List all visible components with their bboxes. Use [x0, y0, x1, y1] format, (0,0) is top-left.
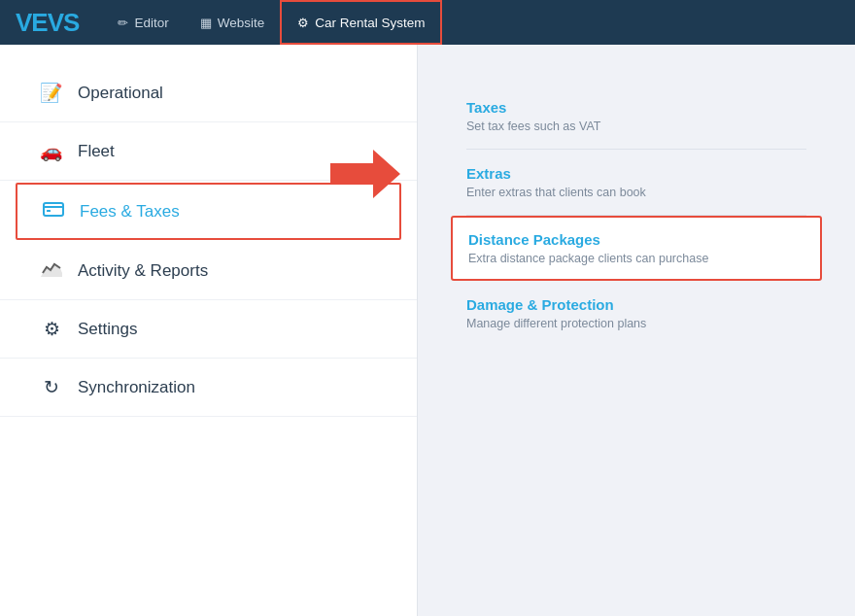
sidebar: 📝 Operational 🚗 Fleet Fees & Taxes: [0, 45, 418, 616]
extras-title: Extras: [466, 165, 806, 182]
svg-marker-4: [330, 150, 400, 198]
settings-icon: ⚙: [39, 318, 64, 340]
editor-icon: ✏: [118, 16, 128, 30]
menu-card-extras[interactable]: Extras Enter extras that clients can boo…: [466, 150, 806, 216]
taxes-title: Taxes: [466, 99, 806, 116]
website-icon: ▦: [200, 16, 212, 30]
activity-icon: [39, 259, 64, 282]
menu-card-distance-packages[interactable]: Distance Packages Extra distance package…: [451, 216, 822, 281]
taxes-desc: Set tax fees such as VAT: [466, 120, 806, 133]
fees-icon: [41, 200, 66, 222]
sidebar-item-synchronization[interactable]: ↻ Synchronization: [0, 359, 417, 417]
damage-protection-desc: Manage different protection plans: [466, 317, 806, 330]
extras-desc: Enter extras that clients can book: [466, 186, 806, 199]
gear-icon: ⚙: [297, 16, 309, 30]
svg-rect-2: [47, 210, 51, 212]
distance-packages-desc: Extra distance package clients can purch…: [468, 252, 804, 265]
operational-icon: 📝: [39, 82, 64, 104]
main-content: Taxes Set tax fees such as VAT Extras En…: [418, 45, 855, 616]
logo-text: VEV: [16, 8, 63, 37]
topnav: VEVS ✏ Editor ▦ Website ⚙ Car Rental Sys…: [0, 0, 855, 45]
menu-card-taxes[interactable]: Taxes Set tax fees such as VAT: [466, 84, 806, 150]
sidebar-item-settings[interactable]: ⚙ Settings: [0, 300, 417, 359]
nav-website[interactable]: ▦ Website: [185, 0, 281, 45]
nav-car-rental[interactable]: ⚙ Car Rental System: [280, 0, 442, 45]
damage-protection-title: Damage & Protection: [466, 296, 806, 313]
svg-rect-0: [44, 203, 63, 216]
sidebar-item-operational[interactable]: 📝 Operational: [0, 64, 417, 122]
distance-packages-title: Distance Packages: [468, 231, 804, 248]
menu-section: Taxes Set tax fees such as VAT Extras En…: [466, 84, 806, 346]
logo-accent: S: [63, 8, 79, 37]
sidebar-item-activity-reports[interactable]: Activity & Reports: [0, 242, 417, 300]
nav-editor[interactable]: ✏ Editor: [102, 0, 184, 45]
highlight-arrow: [330, 150, 400, 198]
layout: 📝 Operational 🚗 Fleet Fees & Taxes: [0, 45, 855, 616]
logo[interactable]: VEVS: [16, 8, 79, 38]
fleet-icon: 🚗: [39, 140, 64, 162]
menu-card-damage-protection[interactable]: Damage & Protection Manage different pro…: [466, 281, 806, 346]
sync-icon: ↻: [39, 376, 64, 398]
